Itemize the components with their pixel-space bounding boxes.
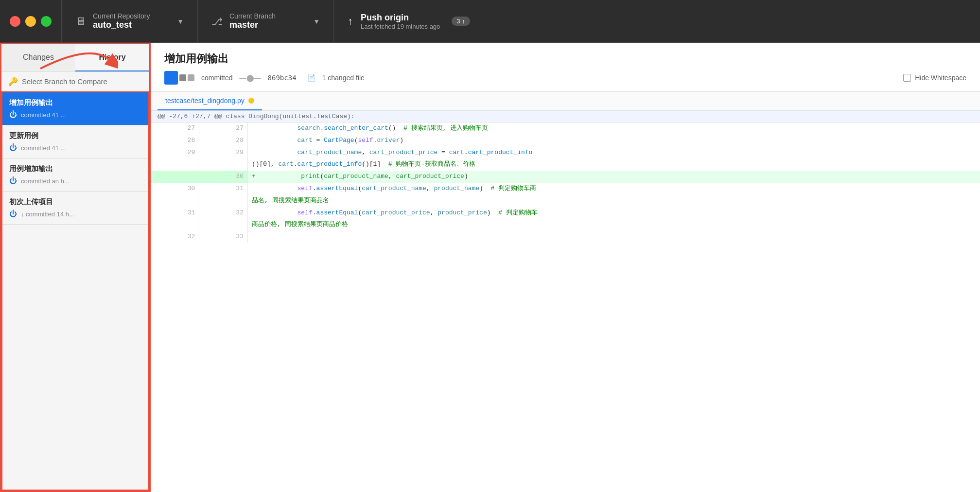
traffic-light-maximize[interactable] [41,16,52,27]
commit-hash-divider: —⬤— [240,74,261,82]
hide-whitespace-checkbox[interactable] [903,74,911,82]
branch-chevron-icon: ▼ [313,18,320,25]
content-area: 增加用例输出 committed —⬤— 869bc34 📄 1 changed… [151,43,980,492]
tab-changes[interactable]: Changes [1,44,75,71]
commit-meta-4: ↓ committed 14 h... [21,211,74,218]
changed-file-count: 1 changed file [322,74,365,82]
line-old-30b [151,195,199,207]
line-content-28: cart = CartPage(self.driver) [247,135,980,147]
commit-meta-2: committed 41 ... [21,144,66,152]
line-old-29b [151,158,199,171]
commit-icon-1: ⏻ [9,110,17,119]
line-old-add [151,171,199,183]
diff-row-3: 29 29 cart_product_name, cart_product_pr… [151,147,980,159]
line-new-29: 29 [199,147,248,159]
line-content-29b: ()[0], cart.cart_product_info()[1] # 购物车… [247,158,980,171]
line-new-31b [199,195,248,207]
diff-header: @@ -27,6 +27,7 @@ class DingDong(unittes… [151,111,980,123]
line-content-add: + print(cart_product_name, cart_product_… [247,171,980,183]
commit-detail-title: 增加用例输出 [164,52,966,66]
sidebar-tabs: Changes History [1,44,149,72]
line-content-31: self.assertEqual(cart_product_price, pro… [247,207,980,219]
line-old-30: 30 [151,183,199,195]
line-new-32b [199,219,248,231]
commit-title-1: 增加用例输出 [9,98,141,107]
commit-meta-1: committed 41 ... [21,111,66,119]
line-content-30b: 品名, 同搜索结果页商品名 [247,195,980,207]
changed-file-icon: 📄 [307,74,315,82]
line-new-31: 31 [199,183,248,195]
push-title: Push origin [361,13,440,23]
content-header: 增加用例输出 committed —⬤— 869bc34 📄 1 changed… [151,43,980,92]
commit-title-3: 用例增加输出 [9,164,141,174]
line-new-add: 30 [199,171,248,183]
line-content-31b: 商品价格, 同搜索结果页商品价格 [247,219,980,231]
commit-item-1[interactable]: 增加用例输出 ⏻ committed 41 ... [2,92,148,125]
branch-name: master [229,20,276,30]
avatar-gray-2 [188,74,194,81]
diff-row-5b: 品名, 同搜索结果页商品名 [151,195,980,207]
commit-icon-2: ⏻ [9,143,17,152]
commit-icon-3: ⏻ [9,176,17,185]
branch-label: Current Branch [229,12,276,20]
hide-whitespace-section: Hide Whitespace [903,74,966,82]
monitor-icon: 🖥 [75,15,86,28]
diff-row-3b: ()[0], cart.cart_product_info()[1] # 购物车… [151,158,980,171]
push-icon: ↑ [348,15,353,28]
repo-chevron-icon: ▼ [177,18,184,25]
commit-list: 增加用例输出 ⏻ committed 41 ... 更新用例 ⏻ committ… [1,91,149,491]
repo-name: auto_test [93,20,150,30]
commit-icon-4: ⏻ [9,210,17,218]
commit-title-4: 初次上传项目 [9,197,141,207]
line-old-32: 32 [151,231,199,243]
commit-title-2: 更新用例 [9,131,141,141]
main-layout: Changes History 🔑 Select Branch to Compa… [0,43,980,492]
traffic-light-minimize[interactable] [25,16,36,27]
line-old-31b [151,219,199,231]
current-repository-button[interactable]: 🖥 Current Repository auto_test ▼ [62,0,198,42]
file-tab-1[interactable]: testcase/test_dingdong.py [158,92,262,110]
file-dot-icon [248,98,254,104]
line-content-32 [247,231,980,243]
diff-row-2: 28 28 cart = CartPage(self.driver) [151,135,980,147]
line-content-27: search.search_enter_cart() # 搜索结果页, 进入购物… [247,123,980,135]
avatar-gray-1 [179,74,186,81]
commit-item-3[interactable]: 用例增加输出 ⏻ committed an h... [2,158,148,192]
branch-compare-input[interactable]: 🔑 Select Branch to Compare [1,72,149,91]
branch-icon: ⎇ [211,16,223,27]
line-old-31: 31 [151,207,199,219]
diff-table: 27 27 search.search_enter_cart() # 搜索结果页… [151,123,980,243]
committed-label: committed [201,74,233,82]
diff-row-7: 32 33 [151,231,980,243]
line-old-27: 27 [151,123,199,135]
diff-row-1: 27 27 search.search_enter_cart() # 搜索结果页… [151,123,980,135]
file-tab-name: testcase/test_dingdong.py [165,97,245,105]
line-new-29b [199,158,248,171]
key-icon: 🔑 [8,77,18,86]
diff-row-5: 30 31 self.assertEqual(cart_product_name… [151,183,980,195]
push-origin-button[interactable]: ↑ Push origin Last fetched 19 minutes ag… [334,0,980,42]
avatar-blue [164,71,178,85]
line-new-27: 27 [199,123,248,135]
hide-whitespace-label: Hide Whitespace [915,74,966,82]
commit-item-4[interactable]: 初次上传项目 ⏻ ↓ committed 14 h... [2,192,148,225]
push-badge: 3 ↑ [452,17,470,26]
line-old-29: 29 [151,147,199,159]
diff-row-6b: 商品价格, 同搜索结果页商品价格 [151,219,980,231]
commit-item-2[interactable]: 更新用例 ⏻ committed 41 ... [2,125,148,158]
diff-row-added-30: 30 + print(cart_product_name, cart_produ… [151,171,980,183]
diff-view[interactable]: @@ -27,6 +27,7 @@ class DingDong(unittes… [151,111,980,492]
diff-row-6: 31 32 self.assertEqual(cart_product_pric… [151,207,980,219]
repo-label: Current Repository [93,12,150,20]
traffic-light-close[interactable] [10,16,20,27]
branch-compare-label: Select Branch to Compare [22,77,107,86]
toolbar: 🖥 Current Repository auto_test ▼ ⎇ Curre… [0,0,980,43]
line-new-32: 32 [199,207,248,219]
line-new-33: 33 [199,231,248,243]
line-content-30: self.assertEqual(cart_product_name, prod… [247,183,980,195]
commit-hash: 869bc34 [268,74,297,82]
tab-history[interactable]: History [75,44,149,71]
line-old-28: 28 [151,135,199,147]
push-subtitle: Last fetched 19 minutes ago [361,23,440,30]
current-branch-button[interactable]: ⎇ Current Branch master ▼ [198,0,334,42]
